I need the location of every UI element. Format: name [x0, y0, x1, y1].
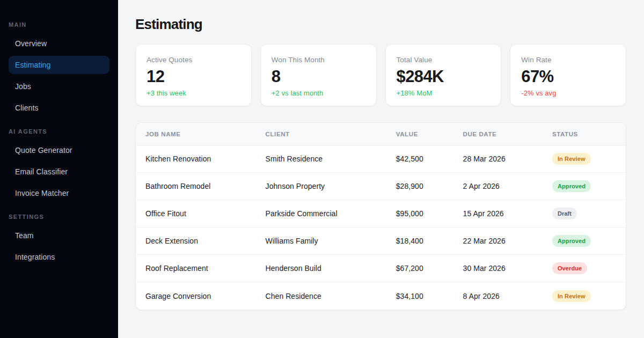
- sidebar-item-jobs[interactable]: Jobs: [9, 77, 109, 95]
- stat-value: 67%: [521, 68, 615, 85]
- sidebar-item-team[interactable]: Team: [9, 226, 109, 245]
- cell-due-date: 22 Mar 2026: [453, 227, 543, 254]
- sidebar-item-invoice-matcher[interactable]: Invoice Matcher: [9, 184, 109, 202]
- status-badge: Overdue: [552, 262, 587, 274]
- sidebar-section-label-main: MAIN: [9, 21, 109, 28]
- page-title: Estimating: [135, 16, 626, 33]
- cell-status: In Review: [543, 145, 626, 172]
- stat-card-win-rate: Win Rate 67% -2% vs avg: [510, 44, 626, 106]
- cell-status: Overdue: [543, 255, 626, 282]
- sidebar-item-overview[interactable]: Overview: [9, 34, 109, 53]
- cell-due-date: 28 Mar 2026: [453, 145, 543, 172]
- column-header-job-name: Job Name: [136, 123, 256, 145]
- table-row[interactable]: Deck Extension Williams Family $18,400 2…: [136, 227, 626, 255]
- stat-card-total-value: Total Value $284K +18% MoM: [385, 44, 502, 106]
- cell-due-date: 15 Apr 2026: [453, 200, 543, 227]
- table-row[interactable]: Office Fitout Parkside Commercial $95,00…: [136, 200, 626, 227]
- cell-value: $18,400: [386, 227, 453, 254]
- cell-status: Approved: [543, 173, 626, 200]
- cell-due-date: 2 Apr 2026: [453, 173, 543, 200]
- cell-value: $67,200: [386, 255, 453, 282]
- sidebar: MAIN Overview Estimating Jobs Clients AI…: [0, 0, 118, 338]
- sidebar-section-main: MAIN Overview Estimating Jobs Clients: [9, 21, 109, 119]
- status-badge: In Review: [552, 153, 591, 165]
- sidebar-section-label-ai-agents: AI AGENTS: [9, 128, 109, 135]
- stat-delta: +18% MoM: [397, 89, 491, 97]
- main-content: Estimating Active Quotes 12 +3 this week…: [118, 0, 644, 338]
- cell-due-date: 8 Apr 2026: [453, 282, 543, 310]
- table-row[interactable]: Roof Replacement Henderson Build $67,200…: [136, 255, 626, 282]
- stat-label: Active Quotes: [147, 56, 240, 64]
- cell-client: Smith Residence: [256, 145, 386, 172]
- stat-delta: -2% vs avg: [521, 89, 615, 97]
- sidebar-item-clients[interactable]: Clients: [9, 99, 109, 117]
- sidebar-item-label: Overview: [15, 39, 47, 48]
- sidebar-item-label: Clients: [15, 104, 39, 112]
- stat-delta: +2 vs last month: [272, 89, 365, 97]
- sidebar-item-label: Quote Generator: [15, 146, 72, 155]
- cell-client: Henderson Build: [256, 255, 386, 282]
- column-header-value: Value: [386, 123, 453, 145]
- cell-client: Williams Family: [256, 227, 386, 254]
- column-header-due-date: Due Date: [453, 123, 543, 145]
- sidebar-item-label: Integrations: [15, 253, 55, 261]
- column-header-client: Client: [256, 123, 386, 145]
- cell-value: $95,000: [386, 200, 453, 227]
- sidebar-section-label-settings: SETTINGS: [9, 214, 109, 220]
- status-badge: Approved: [552, 235, 591, 247]
- sidebar-item-integrations[interactable]: Integrations: [9, 248, 109, 266]
- table-row[interactable]: Bathroom Remodel Johnson Property $28,90…: [136, 173, 626, 200]
- column-header-status: Status: [543, 123, 626, 145]
- cell-job-name: Deck Extension: [136, 227, 256, 254]
- stat-value: 12: [147, 68, 240, 85]
- cell-client: Parkside Commercial: [256, 200, 386, 227]
- cell-value: $42,500: [386, 145, 453, 172]
- cell-value: $34,100: [386, 282, 453, 310]
- sidebar-item-quote-generator[interactable]: Quote Generator: [9, 141, 109, 159]
- sidebar-item-estimating[interactable]: Estimating: [9, 56, 109, 74]
- stat-label: Win Rate: [521, 56, 615, 64]
- sidebar-item-label: Estimating: [15, 61, 50, 69]
- stat-card-won-this-month: Won This Month 8 +2 vs last month: [260, 44, 377, 106]
- cell-client: Johnson Property: [256, 173, 386, 200]
- status-badge: Approved: [552, 180, 591, 192]
- cell-status: In Review: [543, 282, 626, 310]
- cell-job-name: Garage Conversion: [136, 282, 256, 310]
- sidebar-item-label: Invoice Matcher: [15, 189, 69, 197]
- table-row[interactable]: Garage Conversion Chen Residence $34,100…: [136, 282, 626, 310]
- cell-job-name: Office Fitout: [136, 200, 256, 227]
- sidebar-item-label: Team: [15, 231, 34, 240]
- sidebar-section-settings: SETTINGS Team Integrations: [9, 214, 109, 268]
- table-header-row: Job Name Client Value Due Date Status: [136, 123, 626, 145]
- cell-job-name: Kitchen Renovation: [136, 145, 256, 172]
- sidebar-item-email-classifier[interactable]: Email Classifier: [9, 163, 109, 181]
- cell-status: Draft: [543, 200, 626, 227]
- status-badge: In Review: [552, 290, 591, 302]
- quotes-table: Job Name Client Value Due Date Status Ki…: [135, 122, 626, 310]
- cell-status: Approved: [543, 227, 626, 254]
- stat-card-active-quotes: Active Quotes 12 +3 this week: [135, 44, 252, 106]
- stat-value: 8: [272, 68, 365, 85]
- cell-job-name: Roof Replacement: [136, 255, 256, 282]
- cell-job-name: Bathroom Remodel: [136, 173, 256, 200]
- stat-delta: +3 this week: [147, 89, 240, 97]
- sidebar-item-label: Jobs: [15, 82, 31, 91]
- cell-due-date: 30 Mar 2026: [453, 255, 543, 282]
- status-badge: Draft: [552, 208, 577, 219]
- stat-value: $284K: [397, 68, 491, 85]
- sidebar-section-ai-agents: AI AGENTS Quote Generator Email Classifi…: [9, 128, 109, 204]
- cell-value: $28,900: [386, 173, 453, 200]
- stat-label: Won This Month: [272, 56, 365, 64]
- sidebar-item-label: Email Classifier: [15, 167, 68, 176]
- table-row[interactable]: Kitchen Renovation Smith Residence $42,5…: [136, 145, 626, 173]
- stat-label: Total Value: [397, 56, 491, 64]
- cell-client: Chen Residence: [256, 282, 386, 310]
- stats-row: Active Quotes 12 +3 this week Won This M…: [135, 44, 626, 106]
